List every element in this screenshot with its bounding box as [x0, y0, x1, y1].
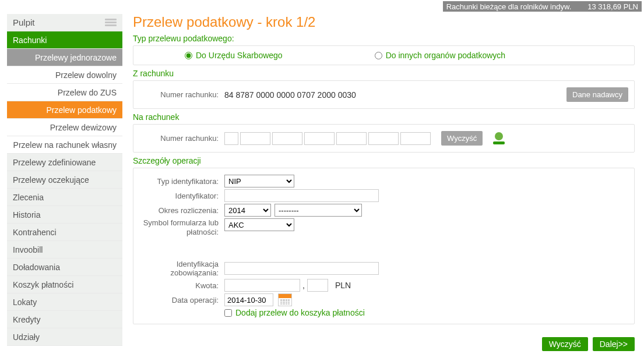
radio-other-tax-label: Do innych organów podatkowych — [386, 51, 505, 60]
sidebar-item-3[interactable]: Przelew do ZUS — [7, 84, 122, 101]
iban-seg-5[interactable] — [368, 132, 399, 145]
sidebar-item-11[interactable]: Kontrahenci — [7, 224, 122, 241]
sidebar-item-10[interactable]: Historia — [7, 206, 122, 224]
calendar-icon[interactable] — [278, 293, 292, 306]
sidebar: Pulpit RachunkiPrzelewy jednorazowePrzel… — [0, 14, 122, 354]
sidebar-item-16[interactable]: Kredyty — [7, 311, 122, 328]
obligation-input[interactable] — [224, 262, 379, 275]
panel-details: Typ identyfikatora: NIP Identyfikator: O… — [133, 168, 635, 324]
page-title: Przelew podatkowy - krok 1/2 — [133, 14, 635, 30]
sidebar-item-1[interactable]: Przelewy jednorazowe — [7, 49, 122, 66]
sidebar-item-15[interactable]: Lokaty — [7, 293, 122, 311]
obligation-label: Identyfikacja zobowiązania: — [139, 260, 224, 277]
from-account-label: Numer rachunku: — [139, 90, 224, 99]
section-to-account: Na rachunek — [133, 112, 635, 122]
sidebar-item-9[interactable]: Zlecenia — [7, 189, 122, 206]
main-content: Przelew podatkowy - krok 1/2 Typ przelew… — [122, 14, 644, 354]
panel-from-account: Numer rachunku: 84 8787 0000 0000 0707 2… — [133, 80, 635, 109]
radio-tax-office[interactable]: Do Urzędu Skarbowego — [185, 51, 283, 60]
iban-seg-1[interactable] — [240, 132, 270, 145]
next-button[interactable]: Dalej>> — [593, 337, 635, 351]
id-input[interactable] — [224, 189, 379, 202]
sidebar-item-6[interactable]: Przelew na rachunek własny — [7, 136, 122, 154]
period-detail-select[interactable]: -------- — [275, 204, 362, 217]
radio-other-tax-input[interactable] — [375, 52, 382, 59]
to-account-label: Numer rachunku: — [139, 134, 224, 143]
contact-icon[interactable] — [493, 132, 505, 144]
id-label: Identyfikator: — [139, 192, 224, 200]
id-type-label: Typ identyfikatora: — [139, 177, 224, 186]
id-type-select[interactable]: NIP — [224, 175, 294, 187]
add-to-basket[interactable]: Dodaj przelew do koszyka płatności — [224, 308, 365, 317]
sidebar-item-13[interactable]: Doładowania — [7, 259, 122, 276]
sidebar-head-pulpit[interactable]: Pulpit — [7, 14, 122, 31]
to-account-segments — [224, 132, 431, 145]
sidebar-item-2[interactable]: Przelew dowolny — [7, 66, 122, 84]
panel-transfer-type: Do Urzędu Skarbowego Do innych organów p… — [133, 45, 635, 65]
amount-label: Kwota: — [139, 281, 224, 290]
currency-label: PLN — [335, 281, 351, 290]
radio-tax-office-label: Do Urzędu Skarbowego — [196, 51, 283, 60]
from-account-value: 84 8787 0000 0000 0707 2000 0030 — [224, 90, 356, 100]
iban-seg-4[interactable] — [336, 132, 367, 145]
panel-to-account: Numer rachunku: Wyczyść — [133, 124, 635, 153]
date-input[interactable] — [224, 293, 273, 306]
radio-tax-office-input[interactable] — [185, 52, 192, 59]
clear-iban-button[interactable]: Wyczyść — [441, 131, 483, 146]
sidebar-item-7[interactable]: Przelewy zdefiniowane — [7, 154, 122, 171]
period-label: Okres rozliczenia: — [139, 206, 224, 215]
sidebar-item-12[interactable]: Invoobill — [7, 241, 122, 259]
symbol-label: Symbol formularza lub płatności: — [139, 218, 224, 236]
footer-buttons: Wyczyść Dalej>> — [133, 337, 635, 354]
account-ribbon: Rachunki bieżące dla rolników indyw. 13 … — [443, 1, 642, 12]
ribbon-amount: 13 318,69 PLN — [587, 2, 638, 11]
sidebar-item-14[interactable]: Koszyk płatności — [7, 276, 122, 293]
iban-seg-0[interactable] — [224, 132, 238, 145]
menu-icon[interactable] — [105, 17, 117, 27]
add-to-basket-checkbox[interactable] — [224, 309, 232, 317]
sender-data-button[interactable]: Dane nadawcy — [566, 87, 628, 102]
sidebar-item-17[interactable]: Udziały — [7, 328, 122, 346]
ribbon-label: Rachunki bieżące dla rolników indyw. — [446, 2, 572, 11]
section-details: Szczegóły operacji — [133, 156, 635, 165]
radio-other-tax[interactable]: Do innych organów podatkowych — [375, 51, 505, 60]
sidebar-item-4[interactable]: Przelew podatkowy — [7, 101, 122, 119]
section-from-account: Z rachunku — [133, 69, 635, 78]
period-year-select[interactable]: 2014 — [224, 204, 271, 217]
amount-major-input[interactable] — [224, 279, 300, 292]
clear-button[interactable]: Wyczyść — [542, 337, 588, 351]
amount-minor-input[interactable] — [307, 279, 328, 292]
sidebar-item-8[interactable]: Przelewy oczekujące — [7, 171, 122, 189]
iban-seg-2[interactable] — [272, 132, 302, 145]
sidebar-item-5[interactable]: Przelew dewizowy — [7, 119, 122, 136]
iban-seg-6[interactable] — [400, 132, 431, 145]
symbol-select[interactable]: AKC — [224, 218, 294, 231]
sidebar-item-0[interactable]: Rachunki — [7, 31, 122, 49]
iban-seg-3[interactable] — [304, 132, 335, 145]
section-transfer-type: Typ przelewu podatkowego: — [133, 34, 635, 43]
date-label: Data operacji: — [139, 296, 224, 305]
sidebar-head-label: Pulpit — [13, 17, 35, 27]
add-to-basket-label: Dodaj przelew do koszyka płatności — [235, 308, 365, 317]
